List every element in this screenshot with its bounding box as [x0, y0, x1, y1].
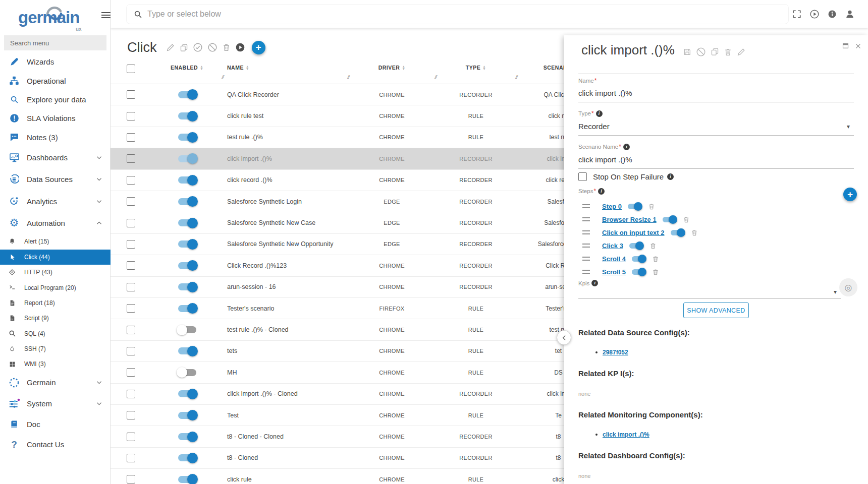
- row-checkbox[interactable]: [127, 411, 135, 419]
- row-checkbox[interactable]: [127, 90, 135, 99]
- enabled-toggle[interactable]: [178, 112, 196, 119]
- row-checkbox[interactable]: [127, 433, 135, 441]
- table-row[interactable]: t8 - ClonedCHROMERECORDERt8: [111, 448, 601, 469]
- drag-handle-icon[interactable]: [582, 270, 590, 274]
- row-checkbox[interactable]: [127, 154, 135, 163]
- table-row[interactable]: TestCHROMERULETe: [111, 405, 601, 426]
- fullscreen-icon[interactable]: [792, 10, 801, 19]
- copy-icon[interactable]: [711, 47, 719, 56]
- step-toggle[interactable]: [628, 204, 641, 209]
- enabled-toggle[interactable]: [178, 476, 196, 483]
- row-checkbox[interactable]: [127, 390, 135, 398]
- step-link[interactable]: Scroll 5: [602, 268, 626, 276]
- trash-icon[interactable]: [652, 268, 659, 276]
- step-toggle[interactable]: [632, 256, 645, 262]
- row-checkbox[interactable]: [127, 475, 135, 483]
- show-advanced-button[interactable]: SHOW ADVANCED: [683, 302, 749, 318]
- enabled-toggle[interactable]: [178, 412, 196, 419]
- step-link[interactable]: Step 0: [602, 203, 622, 210]
- drag-handle-icon[interactable]: [582, 257, 590, 261]
- table-row[interactable]: Salesforce Synthetic New CaseEDGERECORDE…: [111, 212, 601, 233]
- user-icon[interactable]: [845, 9, 855, 19]
- trash-icon[interactable]: [691, 229, 698, 236]
- select-all-checkbox[interactable]: [127, 65, 135, 73]
- row-checkbox[interactable]: [127, 326, 135, 334]
- panel-collapse-button[interactable]: [557, 330, 571, 345]
- type-field-value[interactable]: Recorder: [578, 122, 610, 131]
- sidebar-item-analytics[interactable]: Analytics: [0, 191, 111, 212]
- row-checkbox[interactable]: [127, 240, 135, 249]
- logo[interactable]: germain ux: [0, 3, 111, 32]
- table-row[interactable]: arun-session - 16CHROMERECORDERarun-sess: [111, 277, 601, 298]
- step-link[interactable]: Click on input text 2: [602, 229, 665, 236]
- enabled-toggle[interactable]: [178, 369, 196, 376]
- info-icon[interactable]: [828, 10, 837, 19]
- dropdown-caret-icon[interactable]: ▾: [847, 123, 850, 130]
- row-checkbox[interactable]: [127, 176, 135, 185]
- add-button[interactable]: +: [252, 41, 265, 54]
- row-checkbox[interactable]: [127, 454, 135, 462]
- enabled-toggle[interactable]: [178, 219, 196, 226]
- check-circle-icon[interactable]: [193, 42, 203, 52]
- edit-icon[interactable]: [166, 43, 175, 52]
- column-resize-handle[interactable]: //: [435, 75, 437, 80]
- trash-icon[interactable]: [222, 43, 231, 52]
- enabled-toggle[interactable]: [178, 283, 196, 290]
- table-row[interactable]: test rule .()%CHROMERULEtest rul: [111, 127, 601, 148]
- sidebar-item-alert[interactable]: Alert (15): [0, 234, 111, 249]
- table-row[interactable]: click record .()%CHROMERECORDERclick rec…: [111, 170, 601, 191]
- column-resize-handle[interactable]: //: [222, 75, 224, 80]
- global-search-box[interactable]: [126, 4, 789, 24]
- table-row[interactable]: tetsCHROMERULEtet: [111, 341, 601, 362]
- name-field-value[interactable]: click import .()%: [578, 89, 632, 97]
- block-icon[interactable]: [696, 47, 706, 57]
- play-circle-icon[interactable]: [809, 9, 820, 19]
- drag-handle-icon[interactable]: [582, 244, 590, 248]
- sidebar-item-system[interactable]: System: [0, 393, 111, 414]
- close-icon[interactable]: [854, 42, 862, 50]
- kpi-visibility-icon[interactable]: ◎: [839, 278, 857, 296]
- enabled-toggle[interactable]: [178, 305, 196, 312]
- enabled-toggle[interactable]: [178, 198, 196, 205]
- column-resize-handle[interactable]: //: [347, 75, 349, 80]
- menu-icon[interactable]: [101, 12, 111, 19]
- table-row[interactable]: click rule testCHROMERULEclick rul: [111, 105, 601, 127]
- drag-handle-icon[interactable]: [582, 230, 590, 234]
- table-row[interactable]: Tester's scenarioFIREFOXRULETester's s: [111, 298, 601, 319]
- sidebar-item-notes[interactable]: Notes (3): [0, 128, 111, 147]
- column-header-driver[interactable]: DRIVER▲▼: [348, 57, 436, 71]
- row-checkbox[interactable]: [127, 368, 135, 377]
- sidebar-item-script[interactable]: Script (9): [0, 311, 111, 326]
- column-resize-handle[interactable]: //: [515, 75, 517, 80]
- column-header-enabled[interactable]: ENABLED▲▼: [151, 57, 223, 71]
- table-row[interactable]: MHCHROMERULEDS: [111, 362, 601, 383]
- sidebar-item-sla-violations[interactable]: SLA Violations: [0, 109, 111, 128]
- table-row[interactable]: Salesforce Synthetic LoginEDGERECORDERSa…: [111, 191, 601, 212]
- sidebar-item-explore-your-data[interactable]: Explore your data: [0, 90, 111, 109]
- enabled-toggle[interactable]: [178, 433, 196, 440]
- copy-icon[interactable]: [180, 43, 188, 52]
- table-row[interactable]: t8 - Cloned - ClonedCHROMERECORDERt8: [111, 426, 601, 447]
- table-row[interactable]: click ruleCHROMERULEclick: [111, 469, 601, 484]
- play-icon[interactable]: [235, 42, 245, 52]
- enabled-toggle[interactable]: [178, 454, 196, 461]
- table-row[interactable]: Salesforce Synthetic New OpportunityEDGE…: [111, 234, 601, 255]
- related-link[interactable]: click import .()%: [603, 431, 649, 438]
- enabled-toggle[interactable]: [178, 347, 196, 354]
- trash-icon[interactable]: [724, 47, 732, 56]
- drag-handle-icon[interactable]: [582, 217, 590, 221]
- sidebar-item-report[interactable]: Report (18): [0, 295, 111, 311]
- row-checkbox[interactable]: [127, 304, 135, 313]
- sidebar-item-data-sources[interactable]: Data Sources: [0, 168, 111, 190]
- table-row[interactable]: test rule .()% - ClonedCHROMERULEtest ru…: [111, 319, 601, 340]
- kpis-select-underline[interactable]: [578, 298, 841, 299]
- window-restore-icon[interactable]: [842, 42, 849, 50]
- sidebar-item-germain[interactable]: Germain: [0, 372, 111, 393]
- table-row[interactable]: QA Click RecorderCHROMERECORDERQA Click …: [111, 84, 601, 105]
- row-checkbox[interactable]: [127, 261, 135, 270]
- sidebar-item-operational[interactable]: Operational: [0, 71, 111, 90]
- row-checkbox[interactable]: [127, 133, 135, 142]
- step-link[interactable]: Scroll 4: [602, 255, 626, 263]
- sidebar-item-wmi[interactable]: WMI (3): [0, 356, 111, 372]
- edit-icon[interactable]: [737, 47, 746, 56]
